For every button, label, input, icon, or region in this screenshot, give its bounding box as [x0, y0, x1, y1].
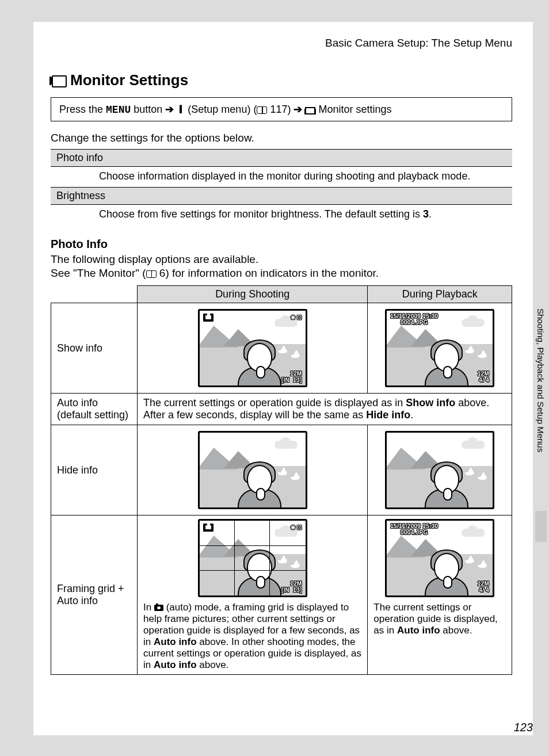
preview-thumbnail — [385, 431, 494, 509]
arrow-icon: ➔ — [293, 104, 302, 115]
osd-date: 15/11/2009 15:300004.JPG — [390, 313, 438, 326]
row-label-hide-info: Hide info — [51, 425, 138, 516]
preview-thumbnail: ❀ ⊡ 12M[IN 13] — [198, 309, 307, 387]
navigation-path-box: Press the MENU button ➔ (Setup menu) ( 1… — [51, 97, 512, 121]
nav-page-ref: 117) — [267, 104, 293, 115]
row-label-show-info: Show info — [51, 303, 138, 394]
book-icon — [257, 106, 267, 114]
book-icon — [146, 270, 157, 278]
option-name: Photo info — [51, 150, 512, 167]
camera-mode-icon — [203, 314, 214, 322]
nav-text: Press the — [59, 104, 106, 115]
cell-hideinfo-shooting — [138, 425, 368, 516]
default-value: 3 — [423, 208, 429, 220]
osd-top-right: ❀ ⊡ — [291, 314, 302, 320]
osd-top-right: ❀ ⊡ — [291, 524, 302, 530]
option-name: Brightness — [51, 188, 512, 205]
osd-bottom-right: 12M4/ 4 — [478, 581, 489, 593]
nav-text: Monitor settings — [315, 104, 391, 115]
cell-framinggrid-shooting: ❀ ⊡ 12M[IN 13] In (auto) mode, a framing… — [138, 516, 368, 675]
row-label-framing-grid: Framing grid + Auto info — [51, 516, 138, 675]
intro-text: Change the settings for the options belo… — [51, 132, 512, 144]
cell-showinfo-shooting: ❀ ⊡ 12M[IN 13] — [138, 303, 368, 394]
page-number: 123 — [514, 721, 533, 734]
manual-page: Basic Camera Setup: The Setup Menu Monit… — [33, 22, 533, 735]
body-text: The following display options are availa… — [51, 253, 512, 266]
option-desc: Choose from five settings for monitor br… — [51, 205, 512, 226]
wrench-icon — [177, 105, 185, 114]
menu-button-label: MENU — [106, 104, 131, 116]
subsection-heading: Photo Info — [51, 238, 512, 251]
table-corner — [51, 286, 138, 303]
nav-text: (Setup menu) ( — [185, 104, 257, 115]
nav-text: button — [131, 104, 165, 115]
column-header-playback: During Playback — [368, 286, 512, 303]
side-thumb-tab — [535, 511, 547, 542]
body-text: See "The Monitor" ( 6) for information o… — [51, 267, 512, 280]
options-summary-table: Photo info Choose information displayed … — [51, 149, 512, 225]
row-label-auto-info: Auto info(default setting) — [51, 394, 138, 425]
preview-thumbnail: 15/11/2009 15:300004.JPG 12M4/ 4 — [385, 309, 494, 387]
preview-thumbnail: 15/11/2009 15:300004.JPG 12M4/ 4 — [385, 519, 494, 597]
cell-hideinfo-playback — [368, 425, 512, 516]
side-tab-label: Shooting, Playback and Setup Menus — [535, 304, 547, 457]
section-heading: Monitor Settings — [51, 71, 512, 89]
section-heading-text: Monitor Settings — [70, 71, 188, 89]
monitor-icon — [305, 107, 315, 114]
preview-thumbnail: ❀ ⊡ 12M[IN 13] — [198, 519, 307, 597]
display-options-table: During Shooting During Playback Show inf… — [51, 285, 512, 675]
osd-bottom-right: 12M[IN 13] — [281, 371, 302, 383]
running-header: Basic Camera Setup: The Setup Menu — [51, 37, 512, 49]
camera-mode-icon — [203, 524, 214, 532]
osd-date: 15/11/2009 15:300004.JPG — [390, 523, 438, 536]
osd-bottom-right: 12M[IN 13] — [281, 581, 302, 593]
cell-autoinfo-desc: The current settings or operation guide … — [138, 394, 512, 425]
cell-framinggrid-playback: 15/11/2009 15:300004.JPG 12M4/ 4 The cur… — [368, 516, 512, 675]
cell-showinfo-playback: 15/11/2009 15:300004.JPG 12M4/ 4 — [368, 303, 512, 394]
camera-icon — [154, 605, 163, 611]
osd-bottom-right: 12M4/ 4 — [478, 371, 489, 383]
monitor-icon — [51, 75, 66, 86]
preview-thumbnail — [198, 431, 307, 509]
option-desc: Choose information displayed in the moni… — [51, 167, 512, 188]
column-header-shooting: During Shooting — [138, 286, 368, 303]
arrow-icon: ➔ — [165, 104, 174, 115]
